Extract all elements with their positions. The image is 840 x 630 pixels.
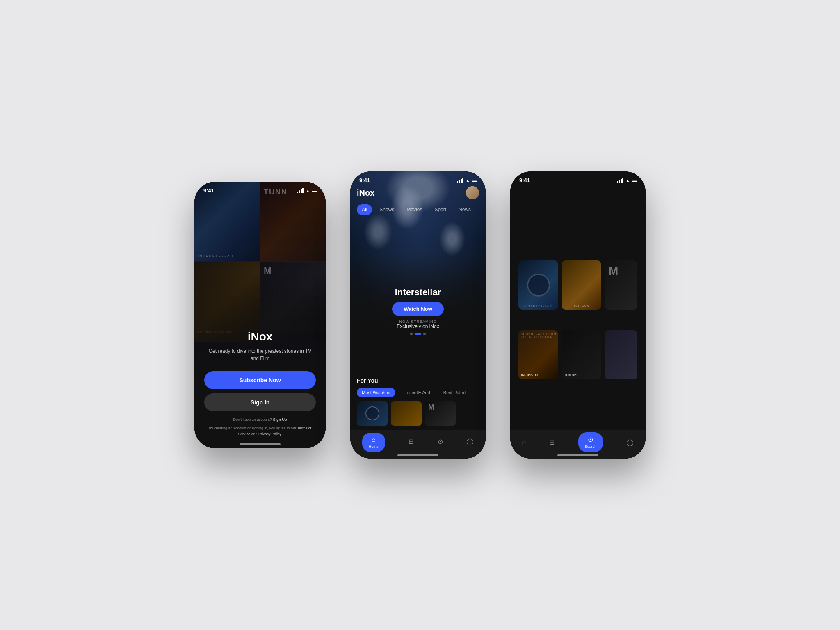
app-scene: 9:41 ▲ ▬ iNox Get ready to dive into the…: [0, 0, 840, 630]
search-background: [510, 171, 646, 459]
home-logo: iNox: [204, 330, 316, 343]
watch-now-button[interactable]: Watch Now: [392, 302, 444, 316]
browse-screen: 9:41 ▲ ▬ iNox: [350, 171, 486, 459]
movie-row: [357, 401, 479, 426]
browse-header: iNox: [350, 186, 486, 203]
hero-figure-2: [364, 213, 393, 250]
home-content: iNox Get ready to dive into the greatest…: [194, 330, 326, 449]
search-movie-grid: [518, 260, 637, 310]
dot-2: [415, 333, 421, 335]
user-avatar[interactable]: [466, 186, 479, 199]
signup-link[interactable]: Sign Up: [273, 418, 287, 422]
continue-card-infiesto[interactable]: SOUNDTRACK FROM THE NETFLIX FILM: [518, 330, 558, 379]
terms-text: By creating an account or signing in, yo…: [204, 426, 316, 437]
home-screen: 9:41 ▲ ▬ iNox Get ready to dive into the…: [194, 182, 326, 448]
search-card-m[interactable]: [605, 260, 637, 310]
streaming-label: NOW STREAMING: [350, 320, 486, 324]
continue-card-third[interactable]: [605, 330, 637, 379]
search-nav-search[interactable]: ⊙ Search: [578, 432, 603, 452]
hero-carousel-dots: [350, 333, 486, 335]
home-tagline: Get ready to dive into the greatest stor…: [204, 347, 316, 362]
browse-status-bar: 9:41 ▲ ▬: [350, 171, 486, 186]
tab-news[interactable]: News: [454, 204, 476, 215]
tab-shows[interactable]: Shows: [374, 204, 399, 215]
for-you-title: For You: [357, 377, 479, 384]
filter-recently-add[interactable]: Recently Add: [399, 388, 435, 397]
phone-browse: 9:41 ▲ ▬ iNox: [350, 171, 486, 459]
for-you-section: For You Most Watched Recently Add Best R…: [350, 377, 486, 426]
search-nav-label: Search: [585, 445, 597, 449]
browse-status-time: 9:41: [359, 177, 370, 183]
signal-icon: [297, 188, 304, 193]
search-status-icons: ▲ ▬: [617, 178, 637, 183]
browse-signal-icon: [457, 178, 464, 183]
browse-wifi-icon: ▲: [466, 178, 470, 183]
privacy-link[interactable]: Privacy Policy.: [258, 432, 282, 436]
home-icon: ⌂: [372, 436, 376, 443]
search-wifi-icon: ▲: [625, 178, 630, 183]
search-search-icon: ⊙: [588, 436, 593, 443]
search-signal-icon: [617, 178, 624, 183]
signin-button[interactable]: Sign In: [204, 393, 316, 411]
dot-3: [423, 333, 426, 335]
hero-content: Interstellar Watch Now NOW STREAMING Exc…: [350, 287, 486, 335]
battery-icon: ▬: [312, 188, 317, 193]
status-bar: 9:41 ▲ ▬: [194, 182, 326, 196]
movie-thumb-topgun[interactable]: [391, 401, 422, 426]
browse-battery-icon: ▬: [472, 178, 477, 183]
search-card-topgun[interactable]: [562, 260, 601, 310]
nav-home[interactable]: ⌂ Home: [362, 433, 385, 452]
tab-all[interactable]: All: [357, 204, 372, 215]
browse-status-icons: ▲ ▬: [457, 178, 477, 183]
subscribe-button[interactable]: Subscribe Now: [204, 371, 316, 389]
nav-profile[interactable]: ◯: [466, 438, 474, 447]
filter-tabs: Most Watched Recently Add Best Rated: [357, 388, 479, 397]
search-nav-profile[interactable]: ◯: [626, 438, 634, 446]
search-indicator: [557, 454, 598, 456]
search-battery-icon: ▬: [632, 178, 637, 183]
filter-most-watched[interactable]: Most Watched: [357, 388, 395, 397]
movie-thumb-interstellar[interactable]: [357, 401, 388, 426]
phone-search: 9:41 ▲ ▬ Search ⊙ Find movies: [510, 171, 646, 459]
search-screen: 9:41 ▲ ▬ Search ⊙ Find movies: [510, 171, 646, 459]
search-profile-icon: ◯: [626, 438, 634, 446]
wifi-icon: ▲: [306, 188, 310, 193]
movie-thumb-m[interactable]: [425, 401, 456, 426]
home-label: Home: [369, 445, 379, 449]
profile-icon: ◯: [466, 438, 474, 445]
bookmark-icon: ⊟: [409, 438, 414, 445]
continue-card-tunnel[interactable]: [562, 330, 601, 379]
browse-indicator: [397, 454, 438, 456]
dot-1: [410, 333, 413, 335]
search-icon: ⊙: [438, 438, 443, 445]
status-icons: ▲ ▬: [297, 188, 317, 193]
search-status-time: 9:41: [519, 177, 530, 183]
search-nav-bookmark[interactable]: ⊟: [549, 438, 555, 446]
browse-logo: iNox: [357, 188, 374, 198]
continue-grid: SOUNDTRACK FROM THE NETFLIX FILM: [518, 330, 637, 379]
hero-figure-3: [439, 221, 466, 256]
tab-sport[interactable]: Sport: [429, 204, 451, 215]
browse-tabs: All Shows Movies Sport News: [350, 204, 486, 215]
search-home-icon: ⌂: [522, 438, 526, 446]
phone-home: 9:41 ▲ ▬ iNox Get ready to dive into the…: [194, 182, 326, 448]
search-status-bar: 9:41 ▲ ▬: [510, 171, 646, 186]
no-account-text: Don't have an account? Sign Up: [204, 417, 316, 423]
hero-movie-title: Interstellar: [350, 287, 486, 298]
search-card-interstellar[interactable]: [518, 260, 558, 310]
status-time: 9:41: [203, 187, 214, 194]
search-bookmark-icon: ⊟: [549, 438, 555, 446]
filter-best-rated[interactable]: Best Rated: [438, 388, 470, 397]
nav-bookmark[interactable]: ⊟: [409, 438, 414, 447]
home-indicator: [240, 443, 281, 445]
streaming-platform: Exclusively on iNox: [350, 324, 486, 329]
nav-search[interactable]: ⊙: [438, 438, 443, 447]
search-nav-home[interactable]: ⌂: [522, 438, 526, 446]
tab-movies[interactable]: Movies: [402, 204, 427, 215]
